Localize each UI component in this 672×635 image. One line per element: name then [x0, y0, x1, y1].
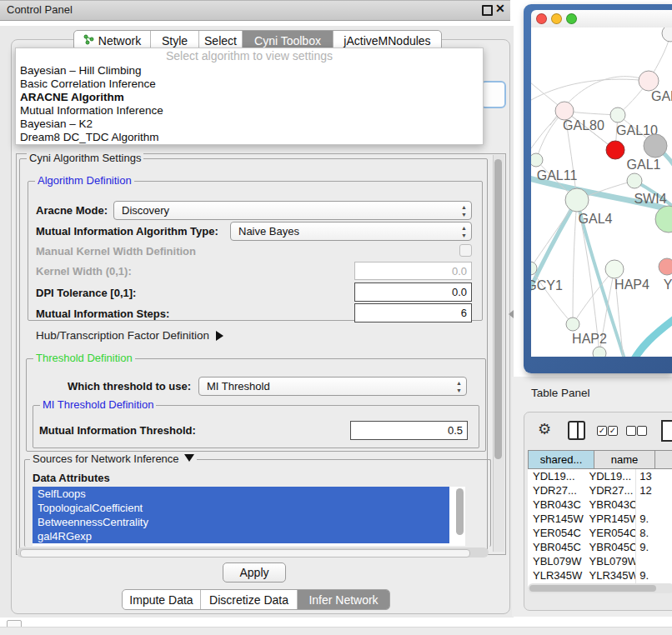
network-node-hap4[interactable] — [605, 260, 624, 278]
table-cell: 13 — [635, 469, 672, 483]
table-horizontal-scrollbar-thumb[interactable] — [529, 585, 656, 592]
attribute-item[interactable]: SelfLoops — [33, 487, 449, 501]
mi-threshold-group-title: MI Threshold Definition — [40, 399, 156, 411]
mac-close-icon[interactable] — [536, 13, 547, 24]
mi-type-select[interactable]: Naive Bayes ▲▼ — [230, 222, 472, 241]
cyni-settings-group-title: Cyni Algorithm Settings — [27, 152, 143, 164]
column-header[interactable] — [655, 450, 672, 469]
table-row[interactable]: YPR145WYPR145W9. — [528, 512, 672, 526]
panel-divider-collapse-icon[interactable] — [509, 310, 514, 318]
algorithm-item[interactable]: Mutual Information Inference — [16, 104, 483, 118]
network-node-gal[interactable] — [639, 71, 659, 91]
table-cell: YDL19... — [584, 469, 636, 483]
network-node-hap2[interactable] — [566, 318, 579, 331]
table-row[interactable]: YBL079WYBL079W — [528, 554, 672, 568]
attribute-item[interactable]: BetweennessCentrality — [33, 515, 449, 529]
kernel-width-field[interactable]: 0.0 — [354, 262, 472, 280]
data-attributes-list[interactable]: SelfLoopsTopologicalCoefficientBetweenne… — [33, 487, 465, 546]
dpi-tolerance-label: DPI Tolerance [0,1]: — [36, 287, 136, 299]
hub-definition-label: Hub/Transcription Factor Definition — [36, 329, 209, 342]
unchecked-box-icon[interactable] — [626, 426, 636, 436]
tab-infer-network[interactable]: Infer Network — [298, 590, 389, 609]
tab-discretize-data[interactable]: Discretize Data — [201, 590, 298, 609]
sources-title-text: Sources for Network Inference — [33, 452, 179, 465]
node-label: SWI4 — [634, 192, 666, 206]
mac-minimize-icon[interactable] — [551, 13, 562, 24]
status-strip — [0, 627, 672, 635]
table-row[interactable]: YDR27...YDR27...12 — [528, 483, 672, 498]
dpi-tolerance-field[interactable]: 0.0 — [354, 282, 472, 302]
algorithm-item[interactable]: Dream8 DC_TDC Algorithm — [16, 131, 483, 144]
aracne-mode-select[interactable]: Discovery ▲▼ — [113, 201, 472, 220]
network-node-y[interactable] — [659, 258, 672, 275]
network-node-gal4[interactable] — [565, 188, 589, 212]
algorithm-item[interactable]: Basic Correlation Inference — [16, 78, 483, 91]
table-cell: YBR043C — [584, 498, 636, 512]
algorithm-dropdown[interactable]: Select algorithm to view settings Bayesi… — [15, 48, 484, 145]
gear-icon[interactable]: ⚙ — [538, 420, 551, 438]
tab-label: Cyni Toolbox — [254, 34, 321, 48]
table-row[interactable]: YBR043CYBR043C — [528, 498, 672, 512]
network-node-swi4[interactable] — [655, 206, 672, 232]
table-cell: 9. — [635, 540, 672, 554]
table-cell: YDR27... — [584, 483, 636, 498]
threshold-definition-title: Threshold Definition — [33, 352, 135, 364]
network-node-gal1[interactable] — [627, 173, 642, 188]
network-node[interactable] — [662, 28, 672, 42]
tab-impute-data[interactable]: Impute Data — [123, 590, 201, 609]
manual-kernel-checkbox[interactable] — [459, 244, 472, 257]
unchecked-box-icon[interactable] — [637, 426, 647, 436]
network-node-gal80[interactable] — [555, 102, 574, 120]
table-panel-title: Table Panel — [531, 382, 590, 405]
network-node[interactable] — [593, 347, 606, 357]
tab-label: Impute Data — [129, 593, 193, 607]
table-cell: YPR145W — [584, 512, 636, 526]
algorithm-item[interactable]: ARACNE Algorithm — [16, 91, 483, 104]
network-window-titlebar[interactable] — [531, 10, 672, 28]
settings-horizontal-scrollbar-thumb[interactable] — [20, 549, 470, 558]
table-cell: YBR045C — [528, 540, 584, 554]
mi-threshold-field[interactable]: 0.5 — [350, 421, 468, 440]
network-node-gal10[interactable] — [610, 108, 625, 122]
table-cell: YBR045C — [584, 540, 636, 554]
application-window: Control Panel ✕ NetworkStyleSelectCyni T… — [0, 0, 672, 635]
network-node[interactable] — [644, 134, 667, 158]
table-doc-icon[interactable] — [661, 420, 672, 442]
apply-button-label: Apply — [239, 566, 268, 579]
table-row[interactable]: YBR045CYBR045C9. — [528, 540, 672, 554]
checked-box-icon[interactable]: ✓ — [608, 426, 618, 436]
dpi-tolerance-value: 0.0 — [452, 286, 467, 298]
sources-group-title[interactable]: Sources for Network Inference — [30, 453, 197, 465]
node-label: GAL80 — [563, 118, 604, 132]
network-node-gal11[interactable] — [531, 153, 543, 167]
attribute-list-scrollbar[interactable] — [456, 488, 464, 535]
mi-steps-field[interactable]: 6 — [354, 303, 472, 322]
column-header[interactable]: name — [594, 450, 655, 469]
float-panel-icon[interactable] — [482, 5, 493, 16]
checked-box-icon[interactable]: ✓ — [597, 426, 607, 436]
which-threshold-select[interactable]: MI Threshold ▲▼ — [198, 377, 467, 396]
hub-definition-toggle[interactable]: Hub/Transcription Factor Definition — [36, 329, 223, 342]
control-panel-titlebar[interactable]: Control Panel ✕ — [0, 0, 510, 21]
tab-label: Discretize Data — [209, 593, 288, 607]
column-layout-icon[interactable] — [568, 421, 585, 440]
network-node[interactable] — [606, 141, 624, 159]
apply-button[interactable]: Apply — [223, 562, 286, 582]
attribute-item[interactable]: TopologicalCoefficient — [33, 501, 449, 515]
mi-threshold-label: Mutual Information Threshold: — [39, 424, 196, 437]
table-row[interactable]: YER054CYER054C8. — [528, 526, 672, 540]
algorithm-item[interactable]: Bayesian – K2 — [16, 118, 483, 131]
mac-zoom-icon[interactable] — [566, 13, 577, 24]
attribute-item[interactable]: gal4RGexp — [33, 529, 449, 543]
node-label: GAL11 — [537, 168, 578, 182]
network-canvas[interactable]: GALGAL80GAL10GAL1GAL11GAL4SWI4YHAP4GCY1H… — [531, 28, 672, 357]
table-row[interactable]: YLR345WYLR345W9. — [528, 568, 672, 582]
aracne-mode-label: Aracne Mode: — [36, 204, 108, 217]
settings-vertical-scrollbar-thumb[interactable] — [494, 159, 502, 459]
algorithm-item[interactable]: Bayesian – Hill Climbing — [16, 64, 483, 78]
close-panel-icon[interactable]: ✕ — [495, 2, 505, 15]
table-cell: YDL19... — [528, 469, 584, 483]
column-header[interactable]: shared... — [528, 450, 594, 469]
tab-label: jActiveMNodules — [344, 34, 430, 48]
table-row[interactable]: YDL19...YDL19...13 — [528, 469, 672, 483]
